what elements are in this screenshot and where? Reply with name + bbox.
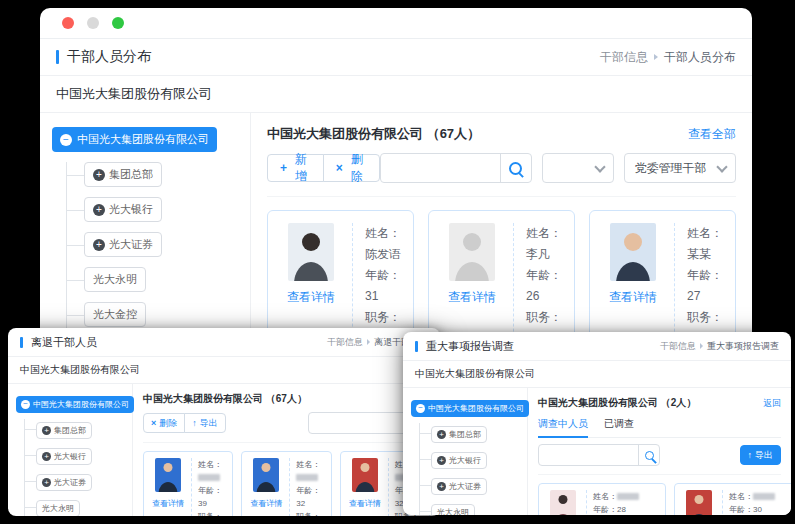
breadcrumb-parent[interactable]: 干部信息 [660, 340, 696, 353]
delete-button[interactable]: 删除 [143, 413, 185, 433]
search-box [380, 153, 532, 183]
delete-button[interactable]: 删除 [323, 154, 380, 182]
person-cards-row1: 查看详情 姓名： 年龄：39 职务：业务经理 籍贯：海南 查看详情 [143, 442, 430, 516]
tree-node[interactable]: 光大证券 [431, 478, 487, 495]
expand-plus-icon[interactable] [42, 452, 51, 461]
minimize-window-icon[interactable] [87, 17, 99, 29]
delete-icon [151, 418, 156, 428]
export-button[interactable]: 导出 [184, 413, 226, 433]
tree-node-securities[interactable]: 光大证券 [84, 232, 162, 257]
search-input[interactable] [309, 418, 408, 428]
page-title: 重大事项报告调查 [426, 339, 514, 354]
person-cards-row1: 查看详情 姓名：陈发语 年龄：31 职务：业务经理 籍贯：北京市 查看详情 [267, 196, 736, 348]
tree-node[interactable]: 光大永明 [36, 500, 80, 516]
view-detail-link[interactable]: 查看详情 [609, 289, 657, 306]
expand-plus-icon[interactable] [42, 478, 51, 487]
tree-node[interactable]: 光大银行 [431, 452, 487, 469]
expand-plus-icon[interactable] [437, 430, 446, 439]
page-title: 干部人员分布 [67, 48, 151, 66]
view-detail-link[interactable]: 查看详情 [287, 289, 335, 306]
panel-title: 中国光大集团股份有限公司 （67人） [143, 392, 307, 406]
person-photo-placeholder [449, 223, 495, 281]
window-major-matters: 重大事项报告调查 干部信息 重大事项报告调查 中国光大集团股份有限公司 中国光大… [403, 332, 791, 515]
search-box [538, 444, 660, 466]
window-retired-cadres: 离退干部人员 干部信息 离退干部人员 中国光大集团股份有限公司 中国光大集团股份… [8, 328, 440, 516]
tree-node-finctrl[interactable]: 光大金控 [84, 302, 146, 327]
expand-plus-icon[interactable] [437, 482, 446, 491]
title-accent-bar [415, 341, 418, 352]
back-link[interactable]: 返回 [763, 397, 781, 410]
person-photo [550, 490, 576, 515]
tree-node[interactable]: 光大证券 [36, 474, 92, 491]
search-input[interactable] [539, 450, 638, 460]
tree-node[interactable]: 集团总部 [36, 422, 92, 439]
tree-node[interactable]: 光大银行 [36, 448, 92, 465]
view-detail-link[interactable]: 查看详情 [152, 498, 184, 509]
person-card: 查看详情 姓名：李凡 年龄：26 职务：测试 籍贯： [428, 210, 575, 348]
view-detail-link[interactable]: 查看详情 [349, 498, 381, 509]
tab-bar: 调查中人员 已调查 [538, 417, 781, 438]
org-tree: 中国光大集团股份有限公司 集团总部 光大银行 光大证券 光大永明 光大金控 光大… [40, 113, 251, 348]
breadcrumb-arrow-icon [654, 54, 658, 60]
collapse-minus-icon[interactable] [60, 134, 72, 146]
redacted-name [617, 493, 639, 500]
expand-plus-icon[interactable] [93, 169, 105, 181]
export-icon [748, 450, 753, 460]
person-card: 调查中 姓名： 年龄：28 职务：商业拓展业务经理 籍贯：内蒙古 [538, 483, 666, 515]
expand-plus-icon[interactable] [93, 204, 105, 216]
breadcrumb-arrow-icon [700, 343, 703, 349]
org-tree: 中国光大集团股份有限公司 集团总部 光大银行 光大证券 光大永明 光大金控 光大… [403, 388, 528, 515]
tree-node-yongming[interactable]: 光大永明 [84, 267, 146, 292]
main-panel: 中国光大集团股份有限公司 （67人） 删除 导出 查看详情 [133, 384, 440, 516]
expand-plus-icon[interactable] [437, 456, 446, 465]
company-bar: 中国光大集团股份有限公司 [403, 361, 791, 388]
cadre-type-select[interactable]: 党委管理干部 [624, 153, 736, 183]
tab-under-investigation[interactable]: 调查中人员 [538, 417, 588, 431]
person-photo [352, 458, 378, 492]
person-photo [610, 223, 656, 281]
page-header: 干部人员分布 干部信息 干部人员分布 [40, 39, 752, 76]
breadcrumb-parent[interactable]: 干部信息 [600, 49, 648, 66]
tree-node[interactable]: 光大永明 [431, 504, 475, 515]
tree-root-node[interactable]: 中国光大集团股份有限公司 [411, 400, 529, 417]
person-photo [686, 490, 712, 515]
tab-investigated[interactable]: 已调查 [604, 417, 634, 431]
close-window-icon[interactable] [62, 17, 74, 29]
page-title: 离退干部人员 [31, 335, 97, 350]
title-accent-bar [20, 337, 23, 348]
zoom-window-icon[interactable] [112, 17, 124, 29]
page-header: 重大事项报告调查 干部信息 重大事项报告调查 [403, 332, 791, 361]
export-button[interactable]: 导出 [740, 445, 782, 465]
person-card: 查看详情 姓名：某某 年龄：27 职务：经理 籍贯：北京市 [589, 210, 736, 348]
panel-title: 中国光大集团股份有限公司 （2人） [538, 396, 696, 410]
main-panel: 中国光大集团股份有限公司 （2人） 返回 调查中人员 已调查 导出 [528, 388, 791, 515]
search-button[interactable] [638, 445, 659, 465]
toolbar: 新增 删除 党委管理干部 [267, 153, 736, 183]
page-header: 离退干部人员 干部信息 离退干部人员 [8, 328, 440, 357]
window-cadre-distribution: 干部人员分布 干部信息 干部人员分布 中国光大集团股份有限公司 中国光大集团股份… [40, 8, 752, 348]
search-input[interactable] [381, 161, 500, 175]
tree-node[interactable]: 集团总部 [431, 426, 487, 443]
add-icon [280, 161, 287, 175]
tree-node-bank[interactable]: 光大银行 [84, 197, 162, 222]
view-all-link[interactable]: 查看全部 [688, 126, 736, 143]
person-photo [253, 458, 279, 492]
org-tree: 中国光大集团股份有限公司 集团总部 光大银行 光大证券 光大永明 光大金控 光大… [8, 384, 133, 516]
view-detail-link[interactable]: 查看详情 [448, 289, 496, 306]
toolbar: 导出 [538, 444, 781, 466]
search-button[interactable] [500, 154, 531, 182]
redacted-name [753, 493, 775, 500]
collapse-minus-icon[interactable] [21, 400, 30, 409]
tree-root-node[interactable]: 中国光大集团股份有限公司 [16, 396, 134, 413]
filter-select-empty[interactable] [542, 153, 615, 183]
breadcrumb-current: 干部人员分布 [664, 49, 736, 66]
breadcrumb-parent[interactable]: 干部信息 [327, 336, 363, 349]
collapse-minus-icon[interactable] [416, 404, 425, 413]
view-detail-link[interactable]: 查看详情 [250, 498, 282, 509]
add-button[interactable]: 新增 [267, 154, 324, 182]
expand-plus-icon[interactable] [42, 426, 51, 435]
tree-node-group-hq[interactable]: 集团总部 [84, 162, 162, 187]
expand-plus-icon[interactable] [93, 239, 105, 251]
tree-root-node[interactable]: 中国光大集团股份有限公司 [52, 127, 217, 152]
person-name: 某某 [687, 247, 711, 261]
